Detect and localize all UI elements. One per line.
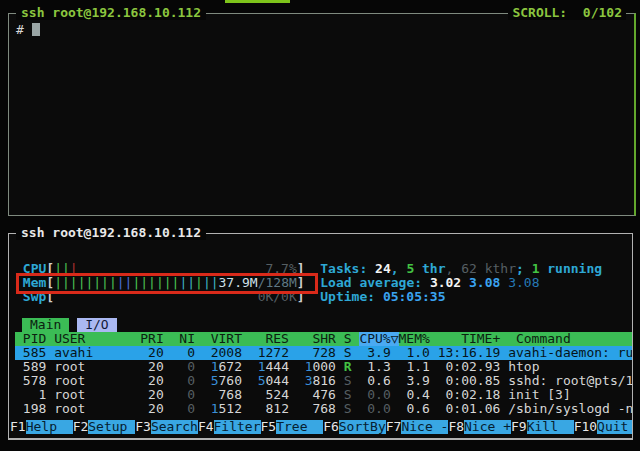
memory-meter: Mem[|||||||||||||||||||||37.9M/128M] Loa… [15,276,632,290]
process-row-1[interactable]: 1 root 20 0 768 524 476 S 0.0 0.4 0:02.1… [15,388,632,402]
fkey-label-tree[interactable]: Tree [276,420,323,434]
fkey-f6[interactable]: F6 [323,420,339,434]
htop-tabs: Main I/O [15,318,632,332]
bottom-pane-title: ssh root@192.168.10.112 [16,226,206,240]
fkey-f2[interactable]: F2 [73,420,89,434]
process-row-585[interactable]: 585 avahi 20 0 2008 1272 728 S 3.9 1.0 1… [15,346,632,360]
cpu-meter: CPU[||| 7.7%] Tasks: 24, 5 thr, 62 kthr;… [15,262,632,276]
terminal-screen: ssh root@192.168.10.112 SCROLL: 0/102 # … [0,0,640,451]
fkey-label-help[interactable]: Help [26,420,73,434]
fkey-label-nice-[interactable]: Nice + [464,420,511,434]
function-key-bar: F1Help F2Setup F3SearchF4FilterF5Tree F6… [10,420,631,434]
fkey-label-setup[interactable]: Setup [88,420,135,434]
tab-i-o[interactable]: I/O [77,318,116,332]
fkey-f1[interactable]: F1 [10,420,26,434]
fkey-f3[interactable]: F3 [135,420,151,434]
shell-prompt[interactable]: # [16,23,40,37]
prompt-symbol: # [16,22,32,37]
process-table-header[interactable]: PID USER PRI NI VIRT RES SHR S CPU%▽MEM%… [15,332,632,346]
process-table: 585 avahi 20 0 2008 1272 728 S 3.9 1.0 1… [15,346,632,416]
process-row-589[interactable]: 589 root 20 0 1672 1444 1000 R 1.3 1.1 0… [15,360,632,374]
swap-meter: Swp[ 0K/0K] Uptime: 05:05:35 [15,290,632,304]
fkey-label-filter[interactable]: Filter [214,420,261,434]
fkey-f10[interactable]: F10 [574,420,597,434]
fkey-label-nice-[interactable]: Nice - [401,420,448,434]
top-green-bar [225,0,290,3]
scroll-indicator: SCROLL: 0/102 [508,6,626,20]
scroll-label: SCROLL: [512,5,567,20]
fkey-label-search[interactable]: Search [151,420,198,434]
scroll-spacer [567,5,583,20]
fkey-f5[interactable]: F5 [261,420,277,434]
sort-column-cpu[interactable]: CPU%▽ [359,332,398,346]
fkey-label-quit[interactable]: Quit [597,420,633,434]
scroll-value: 0/102 [583,5,622,20]
text-cursor [32,23,40,36]
tab-main[interactable]: Main [22,318,69,332]
fkey-f4[interactable]: F4 [198,420,214,434]
fkey-label-kill[interactable]: Kill [527,420,574,434]
fkey-label-sortby[interactable]: SortBy [339,420,386,434]
fkey-f8[interactable]: F8 [448,420,464,434]
process-row-578[interactable]: 578 root 20 0 5760 5044 3816 S 0.6 3.9 0… [15,374,632,388]
bottom-terminal-pane[interactable]: CPU[||| 7.7%] Tasks: 24, 5 thr, 62 kthr;… [8,233,633,440]
process-row-198[interactable]: 198 root 20 0 1512 812 768 S 0.0 0.6 0:0… [15,402,632,416]
fkey-f7[interactable]: F7 [386,420,402,434]
fkey-f9[interactable]: F9 [511,420,527,434]
top-pane-title: ssh root@192.168.10.112 [16,6,206,20]
top-terminal-pane[interactable]: # [8,13,636,216]
